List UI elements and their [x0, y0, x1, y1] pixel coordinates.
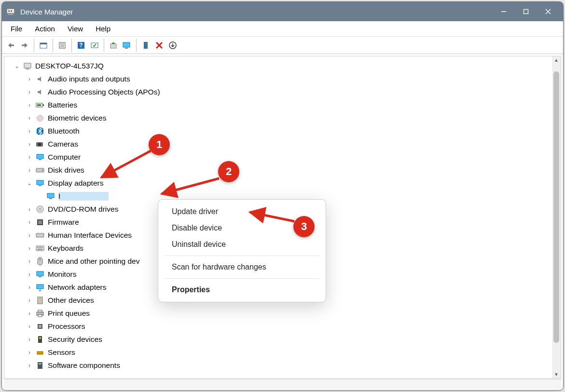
back-button[interactable] — [5, 39, 17, 52]
tree-root[interactable]: ⌄ DESKTOP-4L537JQ — [6, 59, 550, 72]
chevron-right-icon[interactable]: › — [26, 310, 33, 317]
scan-button[interactable] — [88, 39, 101, 52]
chevron-right-icon[interactable]: › — [26, 257, 33, 265]
speaker-icon — [35, 87, 45, 97]
ctx-properties[interactable]: Properties — [158, 282, 326, 298]
vertical-scrollbar[interactable]: ▲ ▼ — [552, 56, 561, 378]
tree-root-label: DESKTOP-4L537JQ — [35, 62, 104, 70]
scroll-up-icon[interactable]: ▲ — [554, 57, 559, 63]
menu-help[interactable]: Help — [90, 23, 116, 35]
tree-item[interactable]: ›Bluetooth — [6, 124, 550, 137]
chevron-right-icon[interactable]: › — [26, 362, 33, 369]
camera-icon — [35, 139, 45, 149]
svg-rect-41 — [39, 185, 41, 186]
chevron-right-icon[interactable]: › — [26, 114, 33, 122]
update-driver-button[interactable] — [107, 39, 120, 52]
svg-point-35 — [38, 143, 41, 146]
more-button[interactable] — [166, 39, 179, 52]
tree-item[interactable]: ›Computer — [6, 150, 550, 163]
tree-item-label: Sensors — [48, 348, 75, 357]
tree-item-label: I — [58, 192, 109, 201]
svg-rect-5 — [524, 10, 528, 14]
other-icon: ? — [35, 296, 45, 305]
tree-item-label: Mice and other pointing dev — [48, 257, 139, 266]
chevron-right-icon[interactable]: › — [26, 284, 33, 291]
chevron-right-icon[interactable]: › — [26, 75, 33, 83]
sensor-icon — [35, 348, 45, 357]
menu-file[interactable]: File — [5, 23, 28, 35]
svg-rect-49 — [36, 246, 44, 251]
chevron-down-icon[interactable]: ⌄ — [13, 62, 21, 70]
tree-item[interactable]: ›Software components — [6, 359, 550, 372]
bluetooth-icon — [35, 126, 45, 136]
forward-button[interactable] — [18, 39, 31, 52]
tree-item[interactable]: ›Sensors — [6, 346, 550, 359]
chevron-right-icon[interactable]: › — [26, 270, 33, 278]
tree-item[interactable]: ›Cameras — [6, 137, 550, 150]
tree-item-label: Firmware — [48, 218, 79, 227]
tree-item[interactable]: ›Biometric devices — [6, 111, 550, 124]
chevron-right-icon[interactable]: › — [26, 218, 33, 226]
svg-point-68 — [39, 337, 41, 339]
minimize-button[interactable] — [493, 2, 515, 21]
chevron-right-icon[interactable]: › — [26, 140, 33, 148]
svg-point-45 — [39, 208, 41, 210]
keyboard-icon — [35, 243, 45, 253]
help-button[interactable]: ? — [75, 39, 87, 52]
chevron-right-icon[interactable]: › — [26, 88, 33, 96]
uninstall-monitor-button[interactable] — [121, 39, 133, 52]
tree-item-label: Security devices — [48, 335, 102, 344]
chevron-right-icon[interactable]: › — [26, 244, 33, 252]
printer-icon — [35, 309, 45, 318]
tree-item-display-adapters[interactable]: ⌄Display adapters — [6, 176, 550, 189]
menu-action[interactable]: Action — [29, 23, 61, 35]
chevron-right-icon[interactable]: › — [26, 127, 33, 135]
tree-item[interactable]: ›Security devices — [6, 333, 550, 346]
chevron-right-icon[interactable]: › — [26, 336, 33, 343]
scroll-down-icon[interactable]: ▼ — [554, 372, 559, 377]
disable-button[interactable] — [153, 39, 165, 52]
fingerprint-icon — [35, 113, 45, 123]
close-button[interactable] — [537, 2, 559, 21]
svg-rect-51 — [39, 247, 40, 248]
tree-item[interactable]: ›Processors — [6, 320, 550, 333]
svg-rect-20 — [123, 42, 130, 47]
chevron-right-icon[interactable]: › — [26, 166, 33, 174]
scrollbar-thumb[interactable] — [553, 71, 559, 343]
chevron-right-icon[interactable]: › — [26, 349, 33, 356]
enable-button[interactable] — [139, 39, 152, 52]
chevron-right-icon[interactable]: › — [26, 101, 33, 109]
tree-item[interactable]: ›Print queues — [6, 307, 550, 320]
tree-item-label: Display adapters — [48, 179, 103, 188]
svg-rect-53 — [41, 247, 42, 248]
properties-button[interactable] — [56, 39, 69, 52]
chevron-down-icon[interactable]: ⌄ — [26, 179, 33, 187]
display-icon — [35, 178, 45, 188]
chevron-right-icon[interactable]: › — [26, 205, 33, 213]
svg-rect-29 — [43, 104, 44, 106]
maximize-button[interactable] — [515, 2, 537, 21]
tree-item-label: Monitors — [48, 270, 76, 279]
tree-item[interactable]: ›Disk drives — [6, 163, 550, 176]
chevron-right-icon[interactable]: › — [26, 231, 33, 239]
tree-item-label: Computer — [48, 153, 81, 162]
hid-icon — [35, 230, 45, 240]
tree-item-label: Cameras — [48, 140, 78, 149]
tree-item[interactable]: ›Audio inputs and outputs — [6, 72, 550, 85]
svg-rect-54 — [38, 249, 42, 250]
speaker-icon — [35, 74, 45, 84]
ctx-uninstall-device[interactable]: Uninstall device — [158, 236, 326, 253]
menu-view[interactable]: View — [62, 23, 89, 35]
battery-icon — [35, 100, 45, 110]
tree-item[interactable]: ›Batteries — [6, 98, 550, 111]
chevron-right-icon[interactable]: › — [26, 323, 33, 330]
chevron-right-icon[interactable]: › — [26, 297, 33, 304]
ctx-scan-hardware[interactable]: Scan for hardware changes — [158, 259, 326, 275]
svg-rect-30 — [37, 104, 41, 106]
device-manager-window: Device Manager File Action View Help ? — [1, 1, 564, 391]
show-hidden-button[interactable] — [37, 39, 50, 52]
tree-item[interactable]: ›Audio Processing Objects (APOs) — [6, 85, 550, 98]
tree-item-label: Disk drives — [48, 166, 84, 175]
titlebar[interactable]: Device Manager — [2, 2, 563, 21]
chevron-right-icon[interactable]: › — [26, 153, 33, 161]
